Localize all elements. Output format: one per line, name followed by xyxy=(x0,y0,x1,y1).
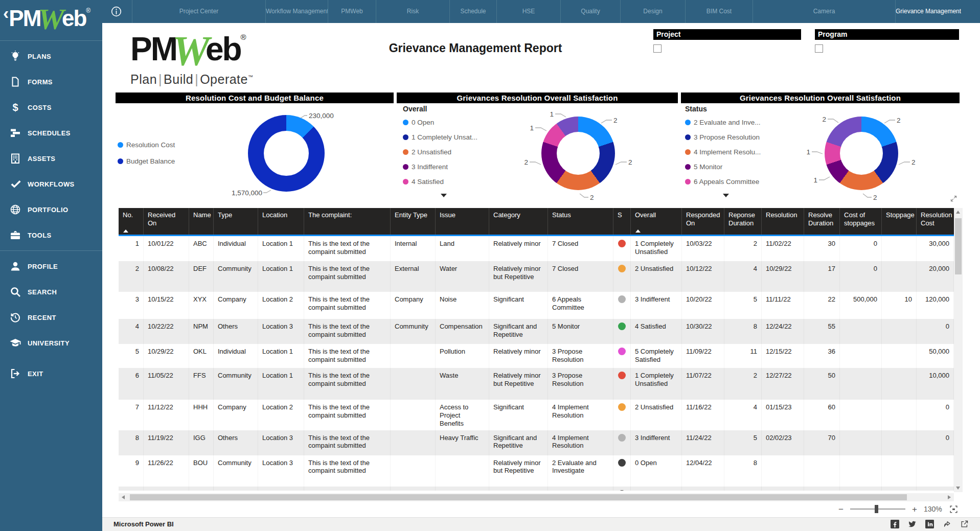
sidebar-item[interactable]: SCHEDULES xyxy=(0,120,102,146)
column-header[interactable]: Resolve Duration xyxy=(804,208,840,235)
table-row[interactable]: 110/01/22ABCIndividualLocation 1This is … xyxy=(119,236,954,261)
legend-item[interactable]: Budget Balance xyxy=(118,153,175,169)
sidebar-item[interactable]: UNIVERSITY xyxy=(0,330,102,356)
table-horizontal-scrollbar[interactable] xyxy=(119,493,954,501)
nav-tab[interactable]: BIM Cost xyxy=(685,0,753,23)
open-external-icon[interactable] xyxy=(960,520,969,528)
scroll-down-icon[interactable] xyxy=(956,487,960,490)
nav-tab[interactable]: Workflow Management xyxy=(265,0,328,23)
share-icon[interactable] xyxy=(943,520,951,528)
legend-item[interactable]: 4 Satisfied xyxy=(403,174,477,189)
scroll-up-icon[interactable] xyxy=(956,211,960,214)
legend-item[interactable]: 2 Unsatisfied xyxy=(403,145,477,159)
table-vertical-scrollbar[interactable] xyxy=(954,208,963,492)
legend-item[interactable]: 3 Indifferent xyxy=(403,159,477,174)
legend-item[interactable]: 4 Implement Resolu... xyxy=(685,145,761,159)
sidebar-item[interactable]: $ COSTS xyxy=(0,95,102,120)
sidebar-item[interactable]: SEARCH xyxy=(0,279,102,305)
filter-option[interactable] xyxy=(653,44,801,53)
sidebar-item[interactable]: PLANS xyxy=(0,43,102,69)
pmweb-sidebar-logo[interactable]: ‹PMWeb® xyxy=(3,2,90,39)
table-row[interactable]: 410/22/22NPMOthersLocation 3This is the … xyxy=(119,319,954,344)
legend-item[interactable]: 0 Open xyxy=(403,115,477,130)
column-header[interactable]: Overall xyxy=(631,208,682,235)
column-header[interactable]: Type xyxy=(214,208,258,235)
fit-to-page-icon[interactable] xyxy=(949,504,959,514)
checkbox[interactable] xyxy=(815,44,823,53)
legend-item[interactable]: 1 Completely Unsat... xyxy=(403,130,477,145)
legend-item[interactable]: 2 Evaluate and Inve... xyxy=(685,115,761,130)
table-cell: 2 Evaluate and Investigate xyxy=(548,487,613,491)
scrollbar-thumb[interactable] xyxy=(955,218,962,274)
table-row[interactable]: 1012/03/22BOUCommunityLocation 3This is … xyxy=(119,487,954,491)
nav-tab[interactable]: Grievance Management xyxy=(895,0,961,23)
column-header[interactable]: Issue xyxy=(436,208,489,235)
zoom-slider-thumb[interactable] xyxy=(875,505,878,513)
table-cell: Location 1 xyxy=(258,368,304,400)
scroll-right-icon[interactable] xyxy=(948,495,951,499)
column-header[interactable]: The complaint: xyxy=(304,208,391,235)
nav-tab[interactable]: Risk xyxy=(376,0,449,23)
legend-item[interactable]: 5 Monitor xyxy=(685,159,761,174)
sidebar-item[interactable]: TOOLS xyxy=(0,222,102,248)
project-filter-header[interactable]: Project xyxy=(653,29,801,40)
table-row[interactable]: 911/26/22BOUCommunityLocation 3This is t… xyxy=(119,455,954,487)
filter-option[interactable] xyxy=(815,44,959,53)
data-label: 1,570,000 xyxy=(224,189,262,197)
checkbox[interactable] xyxy=(653,44,662,53)
legend-item[interactable]: Resolution Cost xyxy=(118,136,175,153)
linkedin-icon[interactable] xyxy=(925,520,934,528)
legend-item[interactable]: 6 Appeals Committee xyxy=(685,174,761,189)
zoom-out-button[interactable]: − xyxy=(838,505,844,514)
column-header[interactable]: Category xyxy=(489,208,548,235)
column-header[interactable]: Entity Type xyxy=(391,208,436,235)
column-header[interactable]: Responded On xyxy=(682,208,724,235)
sidebar-item[interactable]: FORMS xyxy=(0,69,102,95)
legend-expand-icon[interactable] xyxy=(441,194,447,197)
info-icon[interactable] xyxy=(110,6,122,17)
sidebar-item[interactable]: WORKFLOWS xyxy=(0,171,102,197)
legend-expand-icon[interactable] xyxy=(723,194,729,197)
sidebar-item[interactable]: RECENT xyxy=(0,305,102,330)
column-header[interactable]: Reponse Duration xyxy=(724,208,762,235)
nav-tab[interactable]: Schedule xyxy=(449,0,496,23)
column-header[interactable]: Stoppage xyxy=(882,208,917,235)
scroll-left-icon[interactable] xyxy=(122,495,125,499)
column-header[interactable]: Location xyxy=(258,208,304,235)
column-header[interactable]: Resolution xyxy=(762,208,804,235)
column-header[interactable]: Received On xyxy=(144,208,189,235)
nav-tab[interactable]: Project Center xyxy=(132,0,265,23)
nav-tab[interactable]: Design xyxy=(620,0,685,23)
scrollbar-thumb[interactable] xyxy=(130,494,907,500)
nav-tab[interactable]: PMWeb xyxy=(328,0,376,23)
program-filter-header[interactable]: Program xyxy=(815,29,959,40)
column-header[interactable]: Cost of stoppages xyxy=(840,208,882,235)
column-header[interactable]: No. xyxy=(119,208,144,235)
twitter-icon[interactable] xyxy=(908,520,917,528)
focus-mode-icon[interactable] xyxy=(950,195,958,202)
collapse-chevron-icon[interactable]: ‹ xyxy=(3,3,9,22)
table-row[interactable]: 711/12/22HHHCompanyLocation 2This is the… xyxy=(119,400,954,430)
column-header[interactable]: Status xyxy=(548,208,613,235)
nav-tab[interactable]: Camera xyxy=(753,0,895,23)
zoom-in-button[interactable]: + xyxy=(912,505,917,514)
table-row[interactable]: 811/19/22IGGOthersLocation 3This is the … xyxy=(119,430,954,455)
table-body[interactable]: 110/01/22ABCIndividualLocation 1This is … xyxy=(119,236,954,491)
sidebar-item[interactable]: PROFILE xyxy=(0,253,102,279)
table-cell: Location 2 xyxy=(258,292,304,319)
facebook-icon[interactable] xyxy=(891,520,899,528)
table-row[interactable]: 310/15/22XYXCompanyLocation 2This is the… xyxy=(119,292,954,319)
column-header[interactable]: S xyxy=(613,208,631,235)
table-row[interactable]: 611/05/22FFSCommunityLocation 1This is t… xyxy=(119,368,954,400)
nav-tab[interactable]: Quality xyxy=(560,0,620,23)
sidebar-item[interactable]: ASSETS xyxy=(0,146,102,171)
column-header[interactable]: Name xyxy=(189,208,214,235)
table-row[interactable]: 510/29/22OKLIndividualLocation 1This is … xyxy=(119,344,954,368)
zoom-slider[interactable] xyxy=(850,509,905,510)
nav-tab[interactable]: HSE xyxy=(496,0,560,23)
column-header[interactable]: Resolution Cost xyxy=(917,208,954,235)
sidebar-item[interactable]: PORTFOLIO xyxy=(0,197,102,222)
legend-item[interactable]: 3 Propose Resolution xyxy=(685,130,761,145)
table-row[interactable]: 210/08/22DEFCommunityLocation 1This is t… xyxy=(119,261,954,292)
sidebar-item-exit[interactable]: EXIT xyxy=(0,361,102,386)
